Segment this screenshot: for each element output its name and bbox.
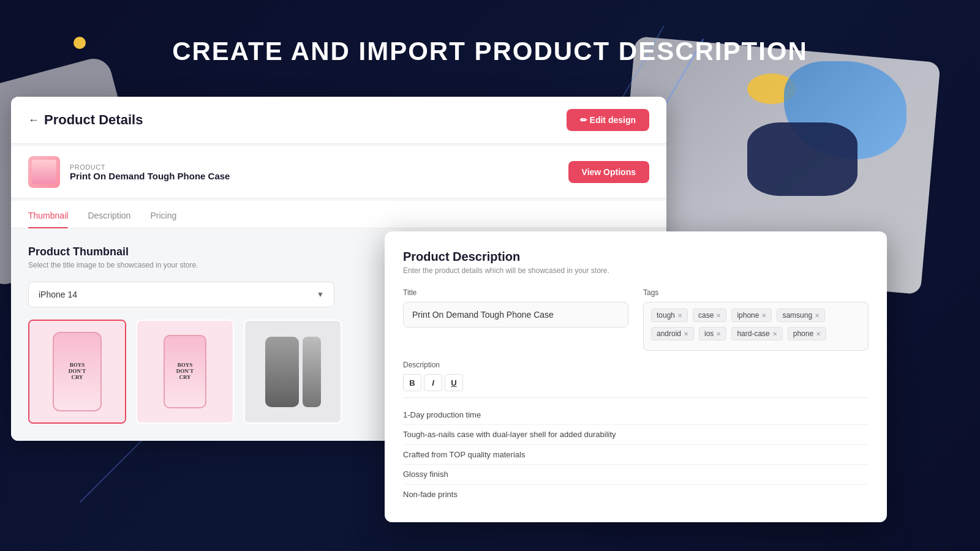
back-arrow-icon: ← — [28, 114, 39, 127]
tag-item: tough✕ — [651, 309, 688, 322]
tag-remove-icon[interactable]: ✕ — [716, 331, 721, 337]
tag-remove-icon[interactable]: ✕ — [684, 331, 688, 337]
desc-panel-subtitle: Enter the product details which will be … — [403, 266, 869, 275]
view-options-button[interactable]: View Options — [568, 161, 649, 183]
phone-case-front-1: BOYSDON'TCRY — [53, 332, 102, 411]
thumbnail-image-3 — [245, 321, 341, 422]
tag-remove-icon[interactable]: ✕ — [761, 312, 766, 319]
form-col-tags: Tags tough✕case✕iphone✕samsung✕android✕i… — [643, 288, 869, 351]
tab-pricing[interactable]: Pricing — [150, 201, 176, 228]
description-editor-section: Description B I U 1-Day production timeT… — [403, 361, 869, 504]
tag-remove-icon[interactable]: ✕ — [816, 331, 821, 337]
description-list-item: Glossy finish — [403, 465, 869, 484]
title-input[interactable] — [403, 302, 628, 328]
underline-button[interactable]: U — [445, 374, 463, 391]
phone-gray-thin-1 — [303, 337, 321, 407]
tags-container: tough✕case✕iphone✕samsung✕android✕ios✕ha… — [643, 302, 869, 351]
phone-case-front-2: BOYSDON'TCRY — [164, 335, 206, 408]
product-info-name: Print On Demand Tough Phone Case — [70, 171, 230, 181]
tag-remove-icon[interactable]: ✕ — [772, 331, 777, 337]
tab-thumbnail[interactable]: Thumbnail — [28, 201, 68, 228]
title-label: Title — [403, 288, 628, 297]
tag-item: samsung✕ — [777, 309, 825, 322]
tag-item: android✕ — [651, 327, 694, 340]
bold-button[interactable]: B — [403, 374, 421, 391]
description-label: Description — [403, 361, 869, 369]
page-heading: CREATE AND IMPORT PRODUCT DESCRIPTION — [0, 37, 980, 66]
panel-header: ← Product Details ✏ Edit design — [11, 97, 666, 144]
description-content: 1-Day production timeTough-as-nails case… — [403, 405, 869, 504]
product-info-left: Product Print On Demand Tough Phone Case — [28, 156, 230, 188]
form-col-title: Title — [403, 288, 628, 351]
description-list-item: Non-fade prints — [403, 485, 869, 504]
description-list-item: 1-Day production time — [403, 405, 869, 425]
thumbnail-card-1[interactable]: BOYSDON'TCRY — [28, 320, 126, 424]
back-nav[interactable]: ← Product Details — [28, 112, 143, 128]
tag-item: iphone✕ — [731, 309, 772, 322]
description-list-item: Crafted from TOP quality materials — [403, 445, 869, 465]
thumbnail-image-2: BOYSDON'TCRY — [137, 321, 233, 422]
tag-remove-icon[interactable]: ✕ — [815, 312, 820, 319]
thumbnail-image-1: BOYSDON'TCRY — [29, 321, 125, 422]
product-description-panel: Product Description Enter the product de… — [385, 231, 887, 522]
product-thumb-small — [28, 156, 60, 188]
thumbnail-card-2[interactable]: BOYSDON'TCRY — [136, 320, 234, 424]
form-row-title-tags: Title Tags tough✕case✕iphone✕samsung✕and… — [403, 288, 869, 351]
tag-item: phone✕ — [788, 327, 826, 340]
product-info-label: Product — [70, 163, 230, 171]
italic-button[interactable]: I — [424, 374, 442, 391]
phone-gray-main — [265, 337, 299, 407]
product-info-bar: Product Print On Demand Tough Phone Case… — [11, 146, 666, 198]
product-thumb-img — [32, 160, 56, 184]
tab-description[interactable]: Description — [88, 201, 130, 228]
product-info-text: Product Print On Demand Tough Phone Case — [70, 163, 230, 181]
chevron-down-icon: ▼ — [317, 290, 324, 299]
tag-item: case✕ — [693, 309, 726, 322]
tabs-bar: Thumbnail Description Pricing — [11, 201, 666, 228]
tag-remove-icon[interactable]: ✕ — [677, 312, 682, 319]
thumbnail-card-3[interactable] — [244, 320, 342, 424]
dropdown-value: iPhone 14 — [39, 290, 77, 299]
tag-item: hard-case✕ — [731, 327, 782, 340]
description-list-item: Tough-as-nails case with dual-layer shel… — [403, 425, 869, 444]
tag-item: ios✕ — [699, 327, 726, 340]
iphone-dropdown[interactable]: iPhone 14 ▼ — [28, 282, 334, 307]
tag-remove-icon[interactable]: ✕ — [716, 312, 721, 319]
bg-blob-dark — [747, 122, 858, 196]
panel-title: Product Details — [44, 112, 143, 128]
edit-design-button[interactable]: ✏ Edit design — [567, 109, 649, 131]
editor-toolbar: B I U — [403, 374, 869, 398]
desc-panel-title: Product Description — [403, 250, 869, 264]
tags-label: Tags — [643, 288, 869, 297]
